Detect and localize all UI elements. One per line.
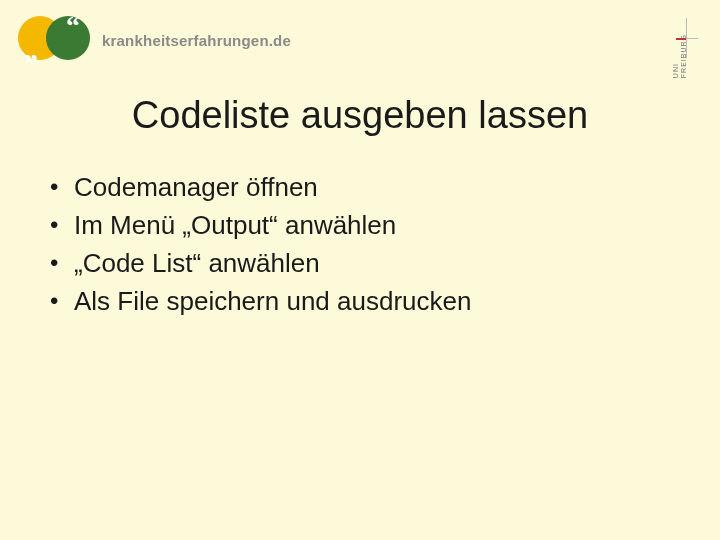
slide-title: Codeliste ausgeben lassen [0,94,720,137]
slide: „ “ krankheitserfahrungen.de UNI FREIBUR… [0,0,720,540]
list-item: „Code List“ anwählen [46,244,674,282]
logo-open-quote-icon: „ [24,36,38,64]
list-item: Codemanager öffnen [46,168,674,206]
list-item: Als File speichern und ausdrucken [46,282,674,320]
slide-content: Codemanager öffnen Im Menü „Output“ anwä… [46,168,674,320]
slide-header: „ “ krankheitserfahrungen.de UNI FREIBUR… [18,14,702,68]
bullet-list: Codemanager öffnen Im Menü „Output“ anwä… [46,168,674,320]
list-item: Im Menü „Output“ anwählen [46,206,674,244]
brand-text: krankheitserfahrungen.de [102,32,291,49]
university-logo: UNI FREIBURG [628,12,698,66]
university-logo-cross-icon [676,18,698,58]
logo-close-quote-icon: “ [66,12,80,40]
